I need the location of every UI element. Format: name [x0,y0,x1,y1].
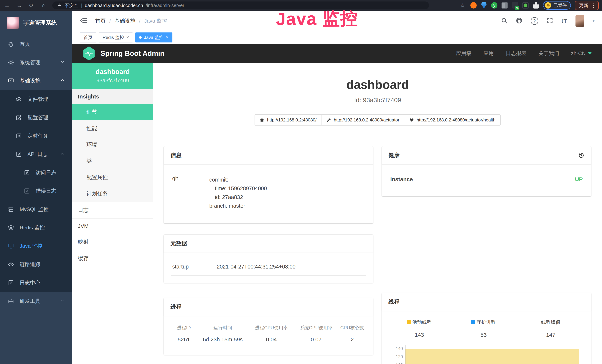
user-menu-caret-icon[interactable]: ▾ [592,19,595,23]
insights-item-classes[interactable]: 类 [72,153,153,169]
health-url-button[interactable]: http://192.168.0.2:48080/actuator/health [404,114,501,126]
insights-item-metrics[interactable]: 性能 [72,120,153,137]
sidebar-item-tracing[interactable]: 链路追踪 [0,255,72,274]
instance-id: 93a3fc7f7409 [74,77,151,84]
sidebar-item-error-logs[interactable]: 错误日志 [0,182,72,200]
instance-nav-caches[interactable]: 缓存 [72,250,153,267]
bookmark-star-icon[interactable]: ☆ [459,2,466,9]
tab-java-monitor[interactable]: Java 监控 × [135,32,172,43]
sba-language-select[interactable]: zh-CN [571,50,592,56]
tab-label: 首页 [84,34,93,40]
sidebar-item-mysql-monitor[interactable]: MySQL 监控 [0,200,72,218]
y-tick: 120 [396,354,403,359]
breadcrumb-home[interactable]: 首页 [95,17,106,24]
instance-header[interactable]: dashboard 93a3fc7f7409 [72,63,153,89]
sidebar-fold-icon[interactable] [80,17,88,25]
health-history-icon[interactable] [578,152,585,159]
paused-extension-badge[interactable]: ☺ 已暂停 [543,1,571,10]
security-label: 不安全 [64,2,78,9]
sba-nav-applications[interactable]: 应用 [484,50,494,57]
search-icon[interactable] [501,17,508,25]
service-url: http://192.168.0.2:48080/ [267,117,316,123]
instance-nav-logs[interactable]: 日志 [72,202,153,218]
info-row-label: git [172,175,209,210]
monitor-icon [8,78,14,84]
browser-extension-icon[interactable] [502,2,508,9]
insights-item-scheduled-tasks[interactable]: 计划任务 [72,186,153,202]
sidebar-item-infrastructure[interactable]: 基础设施 [0,72,72,90]
sidebar-item-api-logs[interactable]: API 日志 [0,145,72,163]
info-row-value: commit: time: 1596289704000 id: 27aa832 … [209,175,267,210]
sba-nav-wallboard[interactable]: 应用墙 [456,50,472,57]
tab-close-icon[interactable]: × [126,34,129,40]
font-size-icon[interactable]: tT [561,18,567,24]
instance-nav-jvm[interactable]: JVM [72,218,153,234]
health-instance-row[interactable]: Instance UP [389,171,584,189]
browser-extension-icon[interactable]: y [491,2,497,9]
instance-id-line: Id: 93a3fc7f7409 [153,96,602,104]
service-url-button[interactable]: http://192.168.0.2:48080/ [255,114,322,126]
heartbeat-icon [409,118,414,122]
browser-extension-icon[interactable] [522,2,528,9]
tab-label: Java 监控 [144,34,163,40]
legend-value: 147 [518,332,584,338]
sidebar-item-log-center[interactable]: 日志中心 [0,274,72,292]
sidebar-item-label: 错误日志 [36,187,56,194]
sidebar-item-dev-tools[interactable]: 研发工具 [0,292,72,310]
process-col-system-cpu: 系统CPU使用率 0.07 [294,325,339,343]
eye-icon [8,261,14,268]
insights-item-details[interactable]: 细节 [72,104,153,120]
insecure-warning-icon[interactable] [57,3,62,7]
sidebar-item-home[interactable]: 首页 [0,35,72,53]
app-logo [7,17,19,29]
address-bar[interactable]: 不安全 | dashboard.yudao.iocoder.cn/infra/a… [52,1,429,9]
metadata-row-value: 2021-04-27T00:44:31.254+08:00 [217,264,296,270]
github-icon[interactable] [516,17,522,25]
health-card: 健康 Instance UP [382,146,591,196]
process-card: 进程 进程ID 5261 运行时间 [164,298,373,355]
browser-extension-icon[interactable] [481,2,487,9]
browser-extension-icon[interactable] [470,2,477,9]
column-header: CPU核心数 [339,325,366,331]
tab-close-icon[interactable]: × [166,34,169,40]
info-card-title: 信息 [170,151,182,159]
sidebar-item-file-mgmt[interactable]: 文件管理 [0,90,72,108]
sidebar-item-label: 文件管理 [27,96,48,103]
sidebar-item-access-logs[interactable]: 访问日志 [0,163,72,182]
help-icon[interactable]: ? [531,17,538,25]
sidebar-item-config-mgmt[interactable]: 配置管理 [0,108,72,127]
sidebar-item-scheduled-jobs[interactable]: 定时任务 [0,127,72,145]
database-icon [8,206,14,213]
back-icon[interactable]: ← [3,2,11,9]
browser-extension-icon[interactable]: on [512,2,518,9]
sba-brand-title[interactable]: Spring Boot Admin [100,50,164,57]
tab-home[interactable]: 首页 [80,32,97,43]
git-id-line: id: 27aa832 [209,193,267,202]
sidebar-item-label: 日志中心 [20,279,40,286]
threads-chart: 140 120 100 [389,346,584,364]
forward-icon[interactable]: → [16,2,23,9]
sidebar-item-redis-monitor[interactable]: Redis 监控 [0,218,72,237]
sidebar-item-java-monitor[interactable]: Java 监控 [0,237,72,255]
breadcrumb-infrastructure[interactable]: 基础设施 [115,17,135,24]
home-icon[interactable]: ⌂ [40,2,47,9]
browser-update-button[interactable]: 更新 ⋮ [575,1,599,10]
insights-item-environment[interactable]: 环境 [72,137,153,153]
sba-nav-about[interactable]: 关于我们 [538,50,559,57]
actuator-url-button[interactable]: http://192.168.0.2:48080/actuator [321,114,404,126]
browser-menu-icon[interactable]: ⋮ [591,2,596,9]
sidebar-item-label: 链路追踪 [20,261,40,268]
extensions-puzzle-icon[interactable] [533,2,539,9]
insights-item-config-props[interactable]: 配置属性 [72,169,153,186]
sba-nav-journal[interactable]: 日志报表 [506,50,527,57]
reload-icon[interactable]: ⟳ [28,2,35,9]
tab-redis-monitor[interactable]: Redis 监控 × [99,32,133,43]
legend-swatch-yellow [407,320,411,324]
note-edit-icon [24,170,30,176]
sidebar-item-system-mgmt[interactable]: 系统管理 [0,53,72,72]
user-avatar[interactable] [575,15,584,27]
admin-sidebar: 芋道管理系统 首页 系统管理 基础设施 [0,11,72,364]
git-time-line: time: 1596289704000 [209,184,267,193]
fullscreen-icon[interactable] [547,17,553,25]
instance-nav-mappings[interactable]: 映射 [72,234,153,250]
